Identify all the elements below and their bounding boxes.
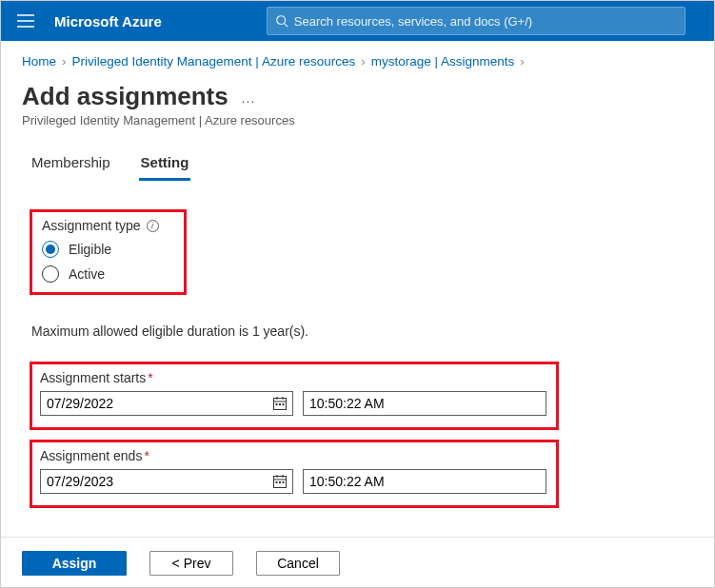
svg-rect-14 xyxy=(279,481,281,483)
radio-eligible[interactable]: Eligible xyxy=(42,241,174,258)
assign-button[interactable]: Assign xyxy=(22,551,127,576)
svg-line-1 xyxy=(284,24,288,28)
search-icon xyxy=(275,14,288,28)
breadcrumb-pim[interactable]: Privileged Identity Management | Azure r… xyxy=(72,54,356,69)
tab-setting[interactable]: Setting xyxy=(139,154,191,181)
page-title: Add assignments xyxy=(22,82,228,111)
topbar: Microsoft Azure xyxy=(1,1,714,41)
tab-membership[interactable]: Membership xyxy=(30,154,112,181)
brand-label: Microsoft Azure xyxy=(54,13,162,29)
radio-icon xyxy=(42,265,59,283)
title-block: Add assignments ··· Privileged Identity … xyxy=(1,78,714,129)
breadcrumb: Home › Privileged Identity Management | … xyxy=(1,41,714,78)
svg-rect-15 xyxy=(283,481,285,483)
svg-rect-7 xyxy=(279,403,281,405)
starts-date-input[interactable] xyxy=(47,396,271,411)
svg-rect-8 xyxy=(283,403,285,405)
calendar-icon[interactable] xyxy=(271,474,288,489)
svg-rect-13 xyxy=(276,481,278,483)
hamburger-menu[interactable] xyxy=(10,6,41,36)
radio-icon xyxy=(42,241,59,258)
page-subtitle: Privileged Identity Management | Azure r… xyxy=(22,113,693,127)
svg-point-0 xyxy=(277,16,286,25)
required-marker: * xyxy=(148,370,152,385)
prev-button[interactable]: < Prev xyxy=(149,551,233,576)
radio-active[interactable]: Active xyxy=(42,265,174,283)
required-marker: * xyxy=(144,448,149,463)
assignment-type-label: Assignment type xyxy=(42,218,141,233)
tabs: Membership Setting xyxy=(1,129,714,181)
svg-rect-6 xyxy=(276,403,278,405)
breadcrumb-assignments[interactable]: mystorage | Assignments xyxy=(371,54,515,69)
global-search-input[interactable] xyxy=(294,14,677,29)
chevron-right-icon: › xyxy=(62,54,67,69)
duration-note: Maximum allowed eligible duration is 1 y… xyxy=(31,323,684,339)
radio-eligible-label: Eligible xyxy=(69,242,111,257)
radio-active-label: Active xyxy=(69,266,105,282)
chevron-right-icon: › xyxy=(361,54,366,69)
global-search[interactable] xyxy=(267,7,685,35)
more-actions-button[interactable]: ··· xyxy=(242,93,256,108)
calendar-icon[interactable] xyxy=(271,396,288,411)
ends-date-field[interactable] xyxy=(40,469,293,494)
content: Assignment type i Eligible Active Maximu… xyxy=(1,181,714,508)
starts-date-field[interactable] xyxy=(40,391,293,416)
ends-date-input[interactable] xyxy=(47,474,271,489)
footer: Assign < Prev Cancel xyxy=(1,537,714,588)
assignment-starts-group: Assignment starts* xyxy=(30,362,559,430)
starts-time-input[interactable] xyxy=(303,391,546,416)
breadcrumb-home[interactable]: Home xyxy=(22,54,56,69)
assignment-type-group: Assignment type i Eligible Active xyxy=(30,209,187,295)
hamburger-icon xyxy=(17,14,34,28)
assignment-starts-label: Assignment starts xyxy=(40,370,146,385)
info-icon[interactable]: i xyxy=(147,220,159,232)
ends-time-input[interactable] xyxy=(303,469,546,494)
assignment-ends-label: Assignment ends xyxy=(40,448,142,463)
assignment-ends-group: Assignment ends* xyxy=(30,440,559,508)
cancel-button[interactable]: Cancel xyxy=(256,551,340,576)
chevron-right-icon: › xyxy=(520,54,525,69)
